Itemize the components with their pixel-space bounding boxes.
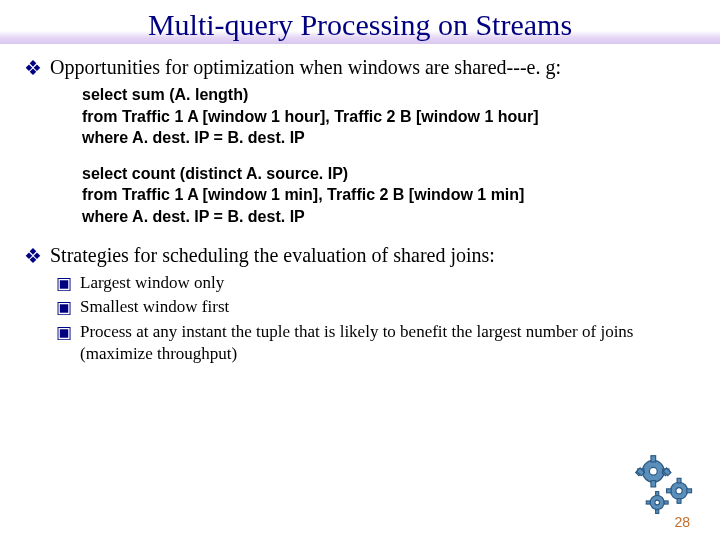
square-icon: ▣ <box>56 296 72 320</box>
sub-bullet-item: ▣ Smallest window first <box>56 296 696 320</box>
svg-rect-11 <box>677 478 681 483</box>
code-line: where A. dest. IP = B. dest. IP <box>82 127 696 149</box>
svg-rect-19 <box>646 501 650 504</box>
slide-title: Multi-query Processing on Streams <box>0 8 720 42</box>
svg-rect-17 <box>656 492 659 496</box>
title-bar: Multi-query Processing on Streams <box>0 0 720 44</box>
bullet-item: ❖ Strategies for scheduling the evaluati… <box>24 242 696 270</box>
svg-rect-18 <box>656 510 659 514</box>
svg-point-9 <box>649 467 657 475</box>
sub-bullet-list: ▣ Largest window only ▣ Smallest window … <box>56 272 696 366</box>
sub-bullet-item: ▣ Process at any instant the tuple that … <box>56 321 696 365</box>
code-line: where A. dest. IP = B. dest. IP <box>82 206 696 228</box>
svg-rect-13 <box>667 489 672 493</box>
svg-point-21 <box>655 500 660 505</box>
sql-query-2: select count (distinct A. source. IP) fr… <box>82 163 696 228</box>
diamond-icon: ❖ <box>24 242 42 270</box>
svg-rect-14 <box>687 489 692 493</box>
sql-query-1: select sum (A. length) from Traffic 1 A … <box>82 84 696 149</box>
slide-content: ❖ Opportunities for optimization when wi… <box>0 44 720 365</box>
svg-rect-1 <box>651 456 656 462</box>
diamond-icon: ❖ <box>24 54 42 82</box>
bullet-text: Strategies for scheduling the evaluation… <box>50 242 495 268</box>
code-line: from Traffic 1 A [window 1 min], Traffic… <box>82 184 696 206</box>
sub-bullet-text: Largest window only <box>80 272 224 294</box>
bullet-text: Opportunities for optimization when wind… <box>50 54 561 80</box>
svg-rect-12 <box>677 499 681 504</box>
sub-bullet-text: Process at any instant the tuple that is… <box>80 321 696 365</box>
svg-point-15 <box>676 488 682 494</box>
svg-rect-2 <box>651 481 656 487</box>
bullet-item: ❖ Opportunities for optimization when wi… <box>24 54 696 82</box>
page-number: 28 <box>674 514 690 530</box>
gears-icon <box>626 444 704 522</box>
svg-rect-20 <box>664 501 668 504</box>
sub-bullet-text: Smallest window first <box>80 296 229 318</box>
code-line: select count (distinct A. source. IP) <box>82 163 696 185</box>
code-line: from Traffic 1 A [window 1 hour], Traffi… <box>82 106 696 128</box>
sub-bullet-item: ▣ Largest window only <box>56 272 696 296</box>
square-icon: ▣ <box>56 272 72 296</box>
code-line: select sum (A. length) <box>82 84 696 106</box>
square-icon: ▣ <box>56 321 72 345</box>
